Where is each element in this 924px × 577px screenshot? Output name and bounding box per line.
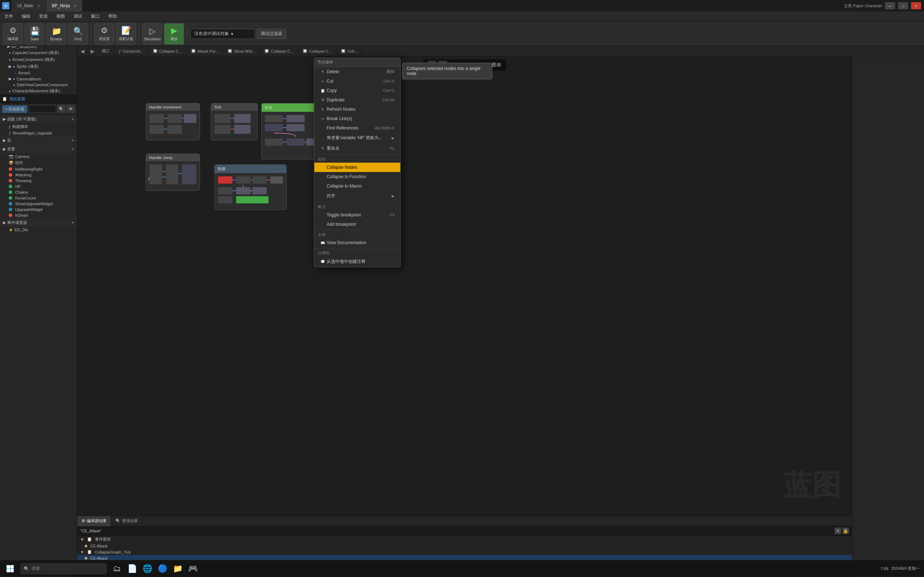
taskbar-app-chrome[interactable]: 🔵 bbox=[155, 560, 170, 577]
ctx-collapse-function[interactable]: Collapse to Function bbox=[314, 172, 400, 181]
editor-tab-viewport[interactable]: 视口 bbox=[97, 46, 115, 56]
bp-node-handle-jump[interactable]: Handle Jump bbox=[146, 154, 200, 191]
tab-nav-prev[interactable]: ◀ bbox=[77, 46, 87, 56]
bp-search-btn[interactable]: 🔍 bbox=[57, 105, 65, 113]
menu-edit[interactable]: 编辑 bbox=[17, 11, 35, 22]
toolbar-compile-btn[interactable]: ⚙ 编译器 bbox=[3, 23, 23, 45]
component-cameraboom[interactable]: ▶ ● CameraBoom bbox=[0, 76, 77, 82]
editor-tab-collapse1[interactable]: 🔲 Collapse C... bbox=[149, 46, 187, 56]
var-isdead[interactable]: IsDead ⋯ bbox=[0, 213, 77, 218]
menu-view[interactable]: 视图 bbox=[52, 11, 69, 22]
minimize-button[interactable]: — bbox=[885, 2, 895, 10]
toolbar-settings-btn[interactable]: ⚙ 类设置 bbox=[94, 23, 115, 45]
component-sideview[interactable]: ● SideViewCameraComponent bbox=[0, 82, 77, 88]
maximize-button[interactable]: □ bbox=[898, 2, 908, 10]
var-upgradewidget[interactable]: UpgradeWidget ⋯ bbox=[0, 206, 77, 213]
bp-function-construct[interactable]: ƒ 构建脚本 bbox=[0, 123, 77, 130]
toolbar-save-btn[interactable]: 💾 Save bbox=[24, 23, 45, 45]
bp-node-throw[interactable]: 投掷 bbox=[215, 164, 287, 210]
taskbar-app-files[interactable]: 🗂 bbox=[110, 560, 124, 577]
var-attacking[interactable]: Attacking ⋯ bbox=[0, 172, 77, 178]
taskbar-search[interactable]: 🔍 搜索 bbox=[20, 563, 107, 574]
ctx-copy[interactable]: 📋 Copy Ctrl+C bbox=[314, 86, 400, 95]
functions-section-head[interactable]: ▶ 函数 (30 可重载) + bbox=[0, 115, 77, 123]
toolbar-find-btn[interactable]: 🔍 Find bbox=[68, 23, 88, 45]
taskbar-app-folder[interactable]: 📁 bbox=[170, 560, 185, 577]
ctx-collapse-macro[interactable]: Collapse to Macro bbox=[314, 181, 400, 191]
var-throwing[interactable]: Throwing ⋯ bbox=[0, 178, 77, 184]
bp-view-btn[interactable]: 👁 bbox=[67, 105, 75, 113]
taskbar-app-game[interactable]: 🎮 bbox=[186, 560, 200, 577]
editor-tab-collapse2[interactable]: 🔲 Collapse C... bbox=[260, 46, 298, 56]
ctx-convert-var[interactable]: 将变量'variable 'HP' 替换为... ▶ bbox=[314, 133, 400, 143]
taskbar-app-notes[interactable]: 📄 bbox=[125, 560, 139, 577]
toolbar-play-btn[interactable]: ▶ 播放 bbox=[164, 23, 184, 45]
close-button[interactable]: ✕ bbox=[911, 2, 921, 10]
dispatchers-add-icon[interactable]: + bbox=[72, 220, 74, 225]
tab-bp-ninja-close[interactable]: ✕ bbox=[74, 4, 76, 8]
tab-nav-next[interactable]: ▶ bbox=[87, 46, 97, 56]
menu-debug[interactable]: 调试 bbox=[69, 11, 87, 22]
menu-window[interactable]: 窗口 bbox=[87, 11, 104, 22]
functions-add-icon[interactable]: + bbox=[72, 117, 74, 121]
ctx-view-docs[interactable]: 📖 View Documentation bbox=[314, 238, 400, 247]
bp-node-tick[interactable]: Tick bbox=[211, 103, 258, 140]
search-close-btn[interactable]: ✕ bbox=[835, 528, 841, 534]
ctx-find-refs[interactable]: Find References Alt+Shift+F bbox=[314, 123, 400, 133]
variables-add-icon[interactable]: + bbox=[72, 147, 74, 151]
add-new-btn[interactable]: + 添加新项 bbox=[2, 105, 27, 113]
bp-search-input[interactable] bbox=[29, 105, 56, 113]
debug-combo[interactable]: 没有选中调试对象 ▾ bbox=[190, 29, 255, 39]
var-chakra[interactable]: Chakra ⋯ bbox=[0, 189, 77, 195]
ctx-rename[interactable]: ✎ 重命名 F2 bbox=[314, 143, 400, 154]
tab-bp-ninja[interactable]: BP_Ninja ✕ bbox=[46, 0, 82, 11]
result-row-event-graph[interactable]: ▼ 📋 事件图表 bbox=[77, 536, 852, 543]
editor-tab-coll[interactable]: 🔲 Coll... bbox=[336, 46, 362, 56]
dispatcher-ed-die[interactable]: ⚡ ED_Die bbox=[0, 227, 77, 233]
result-row-ce-attack-1[interactable]: ◆ CE Attack bbox=[77, 543, 852, 549]
toolbar-browse-btn[interactable]: 📁 Browse bbox=[46, 23, 66, 45]
var-camera[interactable]: 📷 Camera bbox=[0, 153, 77, 160]
var-hp[interactable]: HP ⋯ bbox=[0, 184, 77, 189]
var-bismoving[interactable]: bisMovingRight ⋯ bbox=[0, 166, 77, 172]
ctx-delete[interactable]: ✕ Delete 删除 bbox=[314, 67, 400, 76]
component-arrow1[interactable]: → Arrow1 bbox=[0, 70, 77, 76]
macros-add-icon[interactable]: + bbox=[72, 138, 74, 142]
bottom-tab-find[interactable]: 🔍 查找结果 bbox=[111, 516, 142, 526]
toolbar-defaults-btn[interactable]: 📝 类默认值 bbox=[116, 23, 136, 45]
ctx-cut[interactable]: ✂ Cut Ctrl+X bbox=[314, 76, 400, 86]
ctx-create-comment[interactable]: 💬 从选中项中创建注释 bbox=[314, 256, 400, 267]
ctx-break-links[interactable]: ✂ Break Link(s) bbox=[314, 114, 400, 123]
result-row-collapse-graph[interactable]: ▼ 📋 CollapseGraph_Tick bbox=[77, 549, 852, 555]
tab-ui-main[interactable]: UI_Main ✕ bbox=[11, 0, 46, 11]
var-kunaicount[interactable]: KunaiCount ⋯ bbox=[0, 195, 77, 201]
dispatchers-section-head[interactable]: ▶ 事件调度器 + bbox=[0, 218, 77, 227]
ctx-refresh-nodes[interactable]: ↻ Refresh Nodes bbox=[314, 105, 400, 114]
component-movement[interactable]: ● CharacterMovement (继承) bbox=[0, 88, 77, 95]
ctx-add-breakpoint[interactable]: Add breakpoint bbox=[314, 220, 400, 229]
menu-assets[interactable]: 资源 bbox=[35, 11, 52, 22]
bottom-tab-compiler[interactable]: ⚙ 编译器结果 bbox=[77, 516, 111, 526]
menu-file[interactable]: 文件 bbox=[0, 11, 17, 22]
editor-tab-construct[interactable]: ƒ Constructi... bbox=[115, 46, 149, 56]
editor-tab-attack[interactable]: 🔲 Attack Fur... bbox=[187, 46, 223, 56]
toolbar-simulation-btn[interactable]: ▷ Simulation bbox=[142, 23, 162, 45]
windows-start-btn[interactable] bbox=[0, 560, 20, 577]
bp-node-handle-movement[interactable]: Handle movement bbox=[146, 103, 200, 140]
taskbar-app-browser[interactable]: 🌐 bbox=[140, 560, 155, 577]
component-capsule[interactable]: ● CapsuleComponent (继承) bbox=[0, 49, 77, 56]
menu-help[interactable]: 帮助 bbox=[104, 11, 121, 22]
component-arrow[interactable]: ● ArrowComponent (继承) bbox=[0, 56, 77, 63]
macros-section-head[interactable]: ▶ 宏 + bbox=[0, 136, 77, 145]
component-sprite[interactable]: ▶ ● Sprite (继承) bbox=[0, 63, 77, 70]
main-canvas[interactable]: ◀ ▶ 🔷 BP_Ninja › 事件图表 Handle movement bbox=[77, 56, 852, 516]
ctx-toggle-breakpoint[interactable]: Toggle breakpoint F9 bbox=[314, 210, 400, 220]
bp-function-showwidget[interactable]: ƒ ShowWidget_Upgrade bbox=[0, 130, 77, 136]
ctx-duplicate[interactable]: ⧉ Duplicate Ctrl+W bbox=[314, 95, 400, 105]
search-lock-btn[interactable]: 🔒 bbox=[842, 528, 849, 534]
variables-section-head[interactable]: ▶ 变量 + bbox=[0, 145, 77, 153]
ctx-align[interactable]: 对齐 ▶ bbox=[314, 191, 400, 201]
bp-node-attack[interactable]: 攻击 bbox=[261, 103, 319, 160]
var-component-group[interactable]: 📦 组件 bbox=[0, 160, 77, 166]
editor-tab-show[interactable]: 🔲 Show Wid... bbox=[223, 46, 260, 56]
